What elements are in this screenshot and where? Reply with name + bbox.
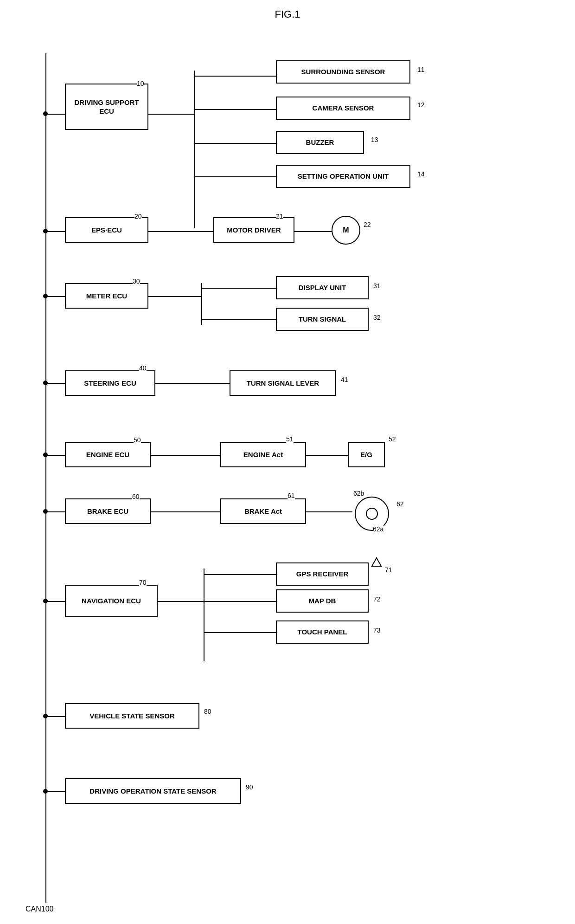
buzzer-box: BUZZER [276, 131, 364, 154]
brake-act-label: BRAKE Act [244, 507, 282, 516]
ref-72: 72 [373, 595, 381, 603]
svg-point-1 [366, 508, 377, 519]
brake-wheel [353, 495, 390, 534]
ref-14: 14 [417, 170, 425, 178]
engine-ecu-label: ENGINE ECU [86, 450, 129, 459]
turn-signal-lever-label: TURN SIGNAL LEVER [247, 379, 319, 388]
engine-act-label: ENGINE Act [243, 450, 283, 459]
ref-21: 21 [276, 213, 283, 220]
gps-receiver-label: GPS RECEIVER [296, 569, 349, 579]
eg-label: E/G [360, 450, 372, 459]
ref-73: 73 [373, 627, 381, 634]
ref-32: 32 [373, 314, 381, 321]
hline-72 [204, 601, 276, 602]
brake-ecu-box: BRAKE ECU [65, 498, 151, 524]
ref-11: 11 [417, 66, 425, 73]
hline-12 [195, 109, 276, 110]
hline-31 [202, 288, 276, 289]
motor-label: M [343, 226, 349, 234]
ref-13: 13 [371, 136, 378, 143]
driving-op-state-sensor-box: DRIVING OPERATION STATE SENSOR [65, 778, 241, 804]
steering-ecu-box: STEERING ECU [65, 370, 155, 396]
hline-71 [204, 574, 276, 575]
hline-52 [306, 455, 348, 456]
driving-support-ecu-label: DRIVING SUPPORT ECU [74, 98, 139, 116]
turn-signal-label: TURN SIGNAL [299, 315, 346, 324]
vehicle-state-sensor-box: VEHICLE STATE SENSOR [65, 703, 199, 729]
hline-22 [294, 231, 332, 232]
hline-13 [195, 143, 276, 144]
setting-operation-unit-label: SETTING OPERATION UNIT [298, 172, 389, 181]
hline-14 [195, 176, 276, 177]
hline-70b [158, 601, 204, 602]
hline-62 [306, 511, 352, 512]
ref-40: 40 [139, 364, 147, 372]
surrounding-sensor-box: SURROUNDING SENSOR [276, 60, 410, 84]
driving-op-state-sensor-label: DRIVING OPERATION STATE SENSOR [89, 787, 216, 796]
navigation-ecu-label: NAVIGATION ECU [82, 596, 141, 606]
navigation-ecu-box: NAVIGATION ECU [65, 585, 158, 617]
hline-21 [148, 231, 213, 232]
hline-11 [195, 76, 276, 77]
ref-71: 71 [385, 566, 392, 574]
turn-signal-lever-box: TURN SIGNAL LEVER [230, 370, 336, 396]
setting-operation-unit-box: SETTING OPERATION UNIT [276, 165, 410, 188]
ref-90: 90 [246, 783, 253, 791]
hline-51 [151, 455, 220, 456]
brake-ecu-label: BRAKE ECU [87, 507, 128, 516]
ref-62a: 62a [373, 525, 383, 533]
ref-50: 50 [134, 436, 141, 444]
hline-30b [148, 296, 202, 297]
ref-62: 62 [396, 500, 404, 508]
engine-ecu-box: ENGINE ECU [65, 442, 151, 467]
can-label: CAN100 [26, 905, 53, 913]
eg-box: E/G [348, 442, 385, 467]
ref-70: 70 [139, 579, 147, 586]
driving-support-ecu-box: DRIVING SUPPORT ECU [65, 84, 148, 130]
eps-ecu-box: EPS·ECU [65, 217, 148, 243]
ref-62b: 62b [353, 490, 364, 497]
map-db-label: MAP DB [309, 596, 336, 606]
hline-32 [202, 319, 276, 320]
vline-70 [204, 569, 204, 661]
hline-73 [204, 632, 276, 633]
camera-sensor-label: CAMERA SENSOR [313, 103, 374, 113]
display-unit-label: DISPLAY UNIT [299, 283, 346, 292]
hline-10b [148, 114, 195, 115]
engine-act-box: ENGINE Act [220, 442, 306, 467]
brake-act-box: BRAKE Act [220, 498, 306, 524]
motor-driver-box: MOTOR DRIVER [213, 217, 294, 243]
vehicle-state-sensor-label: VEHICLE STATE SENSOR [89, 711, 175, 721]
steering-ecu-label: STEERING ECU [84, 379, 136, 388]
fig-title: FIG.1 [0, 8, 575, 20]
touch-panel-label: TOUCH PANEL [298, 627, 347, 637]
display-unit-box: DISPLAY UNIT [276, 276, 369, 299]
ref-22: 22 [364, 221, 371, 228]
map-db-box: MAP DB [276, 589, 369, 613]
ref-10: 10 [137, 80, 144, 87]
meter-ecu-label: METER ECU [86, 291, 127, 301]
ref-61: 61 [288, 492, 295, 499]
ref-30: 30 [133, 278, 140, 285]
diagram: FIG.1 CAN100 DRIVING SUPPORT ECU 10 SURR… [0, 0, 575, 924]
ref-20: 20 [134, 213, 142, 220]
ref-51: 51 [286, 435, 294, 443]
vline-10-branch [194, 71, 195, 228]
ref-80: 80 [204, 708, 211, 715]
svg-marker-2 [372, 558, 381, 566]
eps-ecu-label: EPS·ECU [91, 226, 122, 235]
turn-signal-box: TURN SIGNAL [276, 308, 369, 331]
ref-60: 60 [132, 493, 140, 500]
vline-30 [201, 283, 202, 325]
buzzer-label: BUZZER [306, 138, 334, 147]
motor-circle: M [332, 216, 360, 245]
gps-receiver-box: GPS RECEIVER [276, 562, 369, 586]
motor-driver-label: MOTOR DRIVER [227, 226, 281, 235]
gps-antenna [371, 557, 382, 570]
ref-31: 31 [373, 282, 381, 290]
ref-41: 41 [341, 376, 348, 383]
camera-sensor-box: CAMERA SENSOR [276, 97, 410, 120]
surrounding-sensor-label: SURROUNDING SENSOR [301, 67, 385, 77]
ref-52: 52 [389, 435, 396, 443]
touch-panel-box: TOUCH PANEL [276, 620, 369, 644]
